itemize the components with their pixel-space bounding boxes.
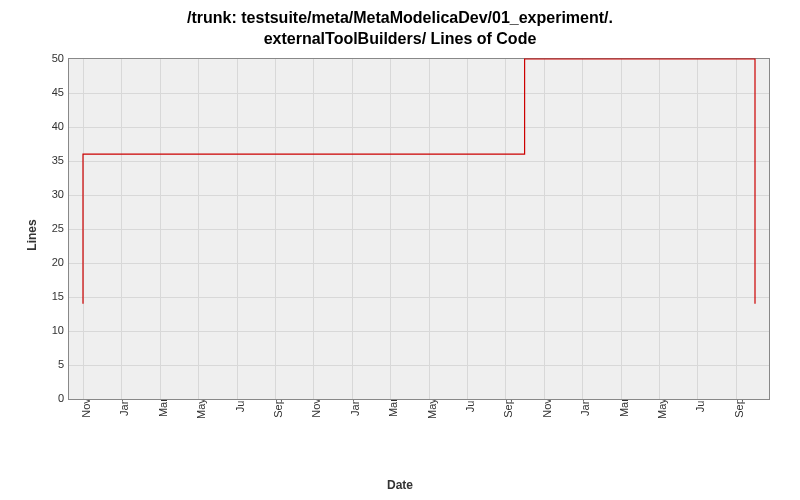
chart-container: /trunk: testsuite/meta/MetaModelicaDev/0… xyxy=(0,0,800,500)
y-tick: 10 xyxy=(34,324,64,336)
y-tick: 40 xyxy=(34,120,64,132)
data-series xyxy=(69,59,769,399)
y-tick: 15 xyxy=(34,290,64,302)
y-tick: 0 xyxy=(34,392,64,404)
title-line2: externalToolBuilders/ Lines of Code xyxy=(0,29,800,50)
y-tick: 5 xyxy=(34,358,64,370)
y-tick: 50 xyxy=(34,52,64,64)
y-tick: 35 xyxy=(34,154,64,166)
x-axis-label: Date xyxy=(387,478,413,492)
y-tick: 45 xyxy=(34,86,64,98)
chart-title: /trunk: testsuite/meta/MetaModelicaDev/0… xyxy=(0,0,800,50)
y-tick: 20 xyxy=(34,256,64,268)
y-tick: 30 xyxy=(34,188,64,200)
plot-area xyxy=(68,58,770,400)
y-tick: 25 xyxy=(34,222,64,234)
loc-line xyxy=(83,59,755,304)
title-line1: /trunk: testsuite/meta/MetaModelicaDev/0… xyxy=(0,8,800,29)
